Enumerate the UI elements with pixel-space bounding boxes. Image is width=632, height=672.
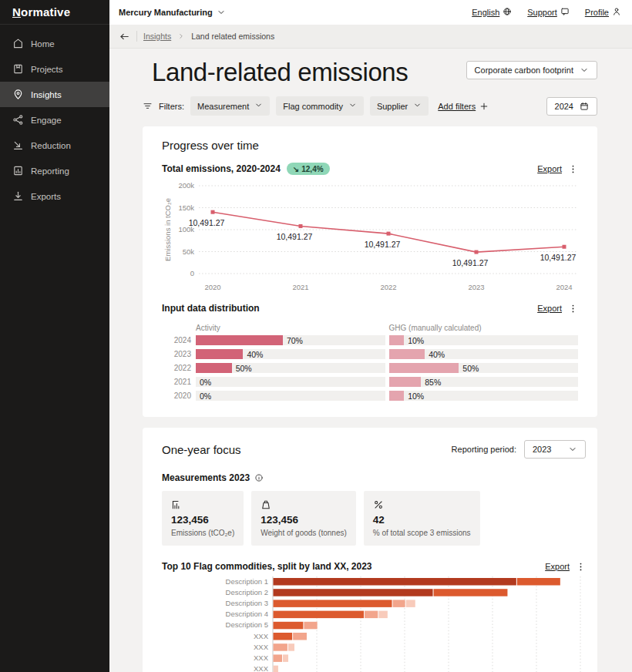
bar[interactable] <box>196 335 283 345</box>
filter-pill-flag-commodity[interactable]: Flag commodity <box>276 96 364 116</box>
reporting-period-value: 2023 <box>533 445 551 454</box>
bar-category-label: Description 4 <box>226 610 268 618</box>
sidebar-item-projects[interactable]: Projects <box>0 56 109 82</box>
bar-track: 40% <box>196 349 385 359</box>
distribution-row-2021: 20210%85% <box>162 377 578 387</box>
bar-segment[interactable] <box>274 643 287 651</box>
brand-logo-text: Normative <box>12 5 70 18</box>
bar-segment[interactable] <box>274 666 278 672</box>
one-year-focus-card: One-year focus Reporting period: 2023 Me… <box>143 428 597 672</box>
filter-pill-label: Flag commodity <box>283 102 343 111</box>
bar-track: 10% <box>389 335 579 345</box>
top-link-label: Support <box>527 8 557 17</box>
bar-segment[interactable] <box>378 611 388 619</box>
bar-segment[interactable] <box>517 578 560 586</box>
row-year-label: 2023 <box>162 350 191 358</box>
data-point-label: 10,491.27 <box>540 253 577 262</box>
distribution-title: Input data distribution <box>162 303 260 314</box>
progress-card-heading: Progress over time <box>162 139 578 152</box>
bar[interactable] <box>389 391 405 401</box>
export-link[interactable]: Export <box>537 304 562 313</box>
bar-segment[interactable] <box>274 622 304 630</box>
bar-category-label: Description 5 <box>226 620 268 629</box>
sidebar-item-engage[interactable]: Engage <box>0 107 109 133</box>
sidebar-item-home[interactable]: Home <box>0 31 109 56</box>
bar-category-label: XXX <box>254 632 269 640</box>
sidebar-item-reporting[interactable]: Reporting <box>0 158 109 183</box>
distribution-row-2024: 202470%10% <box>162 335 578 345</box>
app-root: Normative HomeProjectsInsightsEngageRedu… <box>0 0 632 672</box>
chevron-down-icon <box>254 101 263 111</box>
bar-track: 50% <box>389 363 579 373</box>
bar[interactable] <box>389 363 459 373</box>
bar[interactable] <box>389 349 425 359</box>
bar-segment[interactable] <box>283 654 288 662</box>
more-options-button[interactable] <box>568 304 578 314</box>
sidebar-item-insights[interactable]: Insights <box>0 82 109 107</box>
bar-value-label: 40% <box>247 350 263 359</box>
chevron-down-icon <box>568 445 577 454</box>
kebab-icon <box>568 304 578 314</box>
bar-segment[interactable] <box>274 654 283 662</box>
globe-icon <box>503 7 512 18</box>
bar-segment[interactable] <box>293 633 307 640</box>
bar-segment[interactable] <box>274 611 365 619</box>
bar-segment[interactable] <box>406 600 415 607</box>
filter-pills: MeasurementFlag commoditySupplier <box>190 96 429 116</box>
topbar-links: EnglishSupportProfile <box>456 7 621 18</box>
trend-down-arrow-icon: ↘ <box>293 165 299 173</box>
filter-pill-label: Supplier <box>377 102 408 111</box>
reduction-icon <box>12 139 24 151</box>
top-link-support[interactable]: Support <box>527 7 570 18</box>
back-button[interactable] <box>119 31 130 42</box>
export-link[interactable]: Export <box>537 164 562 173</box>
bar-track: 0% <box>196 377 385 387</box>
bar[interactable] <box>196 363 232 373</box>
info-button[interactable] <box>254 473 264 482</box>
top-link-profile[interactable]: Profile <box>585 7 621 18</box>
bar-segment[interactable] <box>365 611 378 619</box>
top10-chart-header: Top 10 Flag commodities, split by land X… <box>162 561 586 572</box>
page-content: Land-related emissions Corporate carbon … <box>109 49 632 672</box>
stat-card: 123,456Emissions (tCO₂e) <box>162 491 244 546</box>
sidebar-item-reduction[interactable]: Reduction <box>0 133 109 158</box>
series-name: GHG (manually calculated) <box>389 324 482 332</box>
add-filters-button[interactable]: Add filters <box>438 102 489 111</box>
y-axis-label: Emissions in tCO₂e <box>163 198 172 261</box>
sidebar-nav: HomeProjectsInsightsEngageReductionRepor… <box>0 25 109 209</box>
bar-segment[interactable] <box>393 600 405 607</box>
bar[interactable] <box>389 377 422 387</box>
bar-segment[interactable] <box>288 643 294 651</box>
bar-segment[interactable] <box>274 633 293 640</box>
bar-track: 85% <box>389 377 579 387</box>
bar-segment[interactable] <box>274 600 392 607</box>
brand-logo[interactable]: Normative <box>0 0 109 25</box>
year-selector[interactable]: 2024 <box>546 97 597 116</box>
page-title: Land-related emissions <box>152 58 408 87</box>
more-options-button[interactable] <box>568 164 578 174</box>
bar-segment[interactable] <box>274 589 433 596</box>
bar[interactable] <box>196 349 243 359</box>
sidebar-item-exports[interactable]: Exports <box>0 183 109 209</box>
statWeight-icon <box>261 499 347 510</box>
data-point-label: 10,491.27 <box>189 218 225 227</box>
filter-pill-measurement[interactable]: Measurement <box>190 96 270 116</box>
company-selector[interactable]: Mercury Manufacturing <box>119 8 226 17</box>
filter-pill-supplier[interactable]: Supplier <box>370 96 429 116</box>
bar-segment[interactable] <box>274 578 516 586</box>
add-filters-label: Add filters <box>438 102 476 111</box>
arrow-left-icon <box>119 31 130 42</box>
more-options-button[interactable] <box>576 562 586 572</box>
top-link-english[interactable]: English <box>472 7 512 18</box>
chevron-down-icon <box>413 101 422 111</box>
bar-segment[interactable] <box>434 589 508 596</box>
bar[interactable] <box>389 335 405 345</box>
footprint-selector[interactable]: Corporate carbon footprint <box>466 61 597 79</box>
bar-track: 40% <box>389 349 579 359</box>
export-link[interactable]: Export <box>545 562 570 571</box>
breadcrumb-divider <box>136 31 137 42</box>
breadcrumb-parent-link[interactable]: Insights <box>143 32 171 41</box>
reporting-period-selector[interactable]: 2023 <box>524 440 586 459</box>
bar-track: 10% <box>389 391 579 401</box>
bar-segment[interactable] <box>304 622 317 630</box>
